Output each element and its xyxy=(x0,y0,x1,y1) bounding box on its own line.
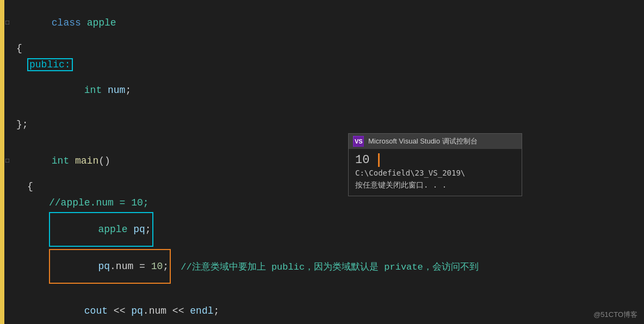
code-text-1: class apple xyxy=(16,7,116,39)
code-line-7: □ int main() xyxy=(0,144,644,178)
code-line-2: { xyxy=(0,40,644,57)
code-text-11a: pq.num = 10; xyxy=(51,261,169,283)
code-line-empty xyxy=(0,133,644,144)
code-line-4: int num; xyxy=(0,73,644,108)
code-line-11: pq.num = 10; //注意类域中要加上 public，因为类域默认是 p… xyxy=(0,248,644,285)
collapse-icon-2[interactable]: □ xyxy=(5,157,9,165)
svg-text:VS: VS xyxy=(355,138,363,145)
code-line-6: }; xyxy=(0,116,644,133)
code-line-8: { xyxy=(0,178,644,195)
code-text-9: //apple.num = 10; xyxy=(49,197,149,208)
code-text-4: int num; xyxy=(49,74,131,107)
code-text-11b: //注意类域中要加上 public，因为类域默认是 private，会访问不到 xyxy=(175,260,479,273)
code-line-10: apple pq; xyxy=(0,211,644,248)
console-title-bar: VS Microsoft Visual Studio 调试控制台 xyxy=(349,134,522,149)
code-editor: □ class apple { public: int num; }; □ in… xyxy=(0,0,644,324)
console-path: C:\Codefield\23_VS_2019\ 按任意键关闭此窗口. . . xyxy=(355,167,515,191)
watermark: @51CTO博客 xyxy=(593,310,637,320)
console-path-text: C:\Codefield\23_VS_2019\ xyxy=(355,169,465,177)
code-text-12: cout << pq.num << endl; xyxy=(49,295,219,324)
console-title-text: Microsoft Visual Studio 调试控制台 xyxy=(368,136,478,146)
console-footer-text: 按任意键关闭此窗口. . . xyxy=(355,180,447,189)
code-line-5-empty xyxy=(0,108,644,116)
console-content: 10 C:\Codefield\23_VS_2019\ 按任意键关闭此窗口. .… xyxy=(349,149,522,196)
code-line-3: public: xyxy=(0,57,644,73)
code-text-7: int main() xyxy=(16,145,110,177)
pqnum-highlight: pq.num = 10; xyxy=(49,249,171,284)
code-text-10: apple pq; xyxy=(51,224,151,246)
code-text-8: { xyxy=(27,181,33,192)
code-line-12: cout << pq.num << endl; xyxy=(0,294,644,324)
code-line-1: □ class apple xyxy=(0,5,644,40)
vs-icon: VS xyxy=(353,136,364,147)
code-text-2: { xyxy=(16,43,22,54)
code-text-3: public: xyxy=(29,59,71,70)
code-line-9: //apple.num = 10; xyxy=(0,195,644,211)
code-line-empty2 xyxy=(0,285,644,294)
console-popup: VS Microsoft Visual Studio 调试控制台 10 C:\C… xyxy=(348,133,522,196)
collapse-icon-1[interactable]: □ xyxy=(5,19,9,27)
applepq-highlight: apple pq; xyxy=(49,212,153,247)
console-output: 10 xyxy=(355,153,369,167)
public-highlight: public: xyxy=(27,58,73,71)
code-text-6: }; xyxy=(16,119,28,130)
